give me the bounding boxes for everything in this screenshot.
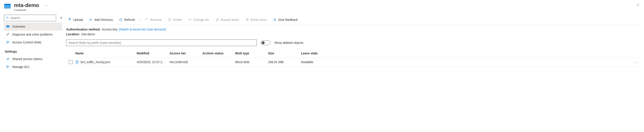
show-deleted-label: Show deleted objects [274,41,304,45]
toolbar: Upload Add Directory Refresh Rename [65,15,641,25]
sidebar-section-settings: Settings [4,46,62,55]
col-access-tier[interactable]: Access tier [168,52,201,55]
cell-modified: 4/20/2023, 10:37:20 … [135,60,168,64]
location-value: mta-demo [81,32,95,37]
location-label: Location: [66,32,80,37]
refresh-button[interactable]: Refresh [116,16,138,24]
blob-name-link[interactable]: bnt_traffic_hourly.json [75,60,134,64]
toolbar-label: Rename [150,18,162,22]
toolbar-label: Change tier [194,18,209,22]
auth-method-value: Access key [102,27,118,32]
sidebar-search[interactable] [4,15,56,21]
sidebar-item-label: Diagnose and solve problems [12,33,52,36]
give-feedback-button[interactable]: Give feedback [270,16,300,24]
blob-search-input[interactable] [66,40,257,46]
toolbar-separator [140,18,140,22]
svg-point-10 [8,66,9,67]
page-subtitle: Container [14,8,48,12]
svg-point-9 [7,66,8,67]
toolbar-label: Upload [73,18,83,22]
sidebar-item-sas[interactable]: Shared access tokens [4,55,62,63]
svg-rect-6 [6,26,10,28]
cell-lease-state: Available [300,60,332,64]
auth-method-label: Authentication method: [66,27,100,32]
table-row: bnt_traffic_hourly.json 4/20/2023, 10:37… [65,58,641,67]
sidebar-search-input[interactable] [10,16,54,20]
toolbar-label: Refresh [124,18,135,22]
plus-icon [89,18,92,22]
more-actions-button[interactable]: ··· [44,3,48,8]
file-icon [75,60,79,64]
toolbar-label: Acquire lease [220,18,239,22]
toolbar-label: Give feedback [278,18,298,22]
sidebar-item-label: Overview [12,25,25,28]
sidebar-item-diagnose[interactable]: Diagnose and solve problems [4,31,62,38]
sidebar-item-overview[interactable]: Overview [4,23,62,31]
page-header: mta-demo ··· Container [0,0,644,15]
col-name[interactable]: Name [74,52,135,55]
blob-table: Name Modified Access tier Archive status… [65,49,641,67]
col-modified[interactable]: Modified [135,52,168,55]
row-checkbox[interactable] [69,60,73,64]
svg-point-3 [6,17,8,19]
toolbar-label: Add Directory [94,18,113,22]
sidebar-item-iam[interactable]: Access Control (IAM) [4,38,62,46]
row-more-button[interactable]: ··· [630,60,641,64]
table-header: Name Modified Access tier Archive status… [65,49,641,58]
change-tier-icon [188,18,192,22]
acquire-lease-icon [215,18,219,22]
search-icon [6,17,9,20]
col-archive-status[interactable]: Archive status [201,52,234,55]
feedback-icon [273,18,276,22]
show-deleted-toggle[interactable] [261,40,270,45]
break-lease-button: Break lease [243,16,270,24]
sidebar-item-acl[interactable]: Manage ACL [4,63,62,71]
col-blob-type[interactable]: Blob type [234,52,267,55]
svg-rect-5 [6,26,10,26]
trash-icon [168,18,171,22]
people-icon [6,41,10,44]
col-size[interactable]: Size [267,52,300,55]
switch-auth-link[interactable]: (Switch to Azure AD User Account) [119,27,166,32]
svg-point-7 [7,41,8,42]
acquire-lease-button: Acquire lease [213,16,242,24]
toolbar-label: Break lease [250,18,267,22]
close-button[interactable] [636,3,640,7]
sidebar-item-label: Access Control (IAM) [12,41,41,44]
container-icon [6,25,10,28]
svg-point-13 [274,19,275,20]
cell-blob-type: Block blob [234,60,267,64]
info-block: Authentication method: Access key (Switc… [65,25,641,40]
container-icon [4,3,11,10]
sidebar: Overview Diagnose and solve problems Acc… [0,15,64,71]
rename-icon [145,18,148,22]
refresh-icon [119,18,122,22]
svg-line-4 [8,19,9,19]
filter-row: Show deleted objects [65,40,641,49]
toolbar-label: Delete [173,18,182,22]
break-lease-icon [245,18,249,22]
collapse-sidebar-button[interactable] [60,16,62,20]
cell-access-tier: Hot (Inferred) [168,60,201,64]
svg-point-8 [8,41,9,42]
upload-button[interactable]: Upload [65,16,86,24]
add-directory-button[interactable]: Add Directory [86,16,116,24]
rename-button: Rename [142,16,164,24]
blob-name: bnt_traffic_hourly.json [80,60,110,64]
svg-rect-1 [4,5,10,8]
link-icon [6,57,10,61]
change-tier-button: Change tier [186,16,212,24]
people-icon [6,65,10,69]
upload-icon [68,18,72,22]
col-lease-state[interactable]: Lease state [300,52,332,55]
wrench-icon [6,33,10,36]
page-title: mta-demo [14,2,39,8]
sidebar-item-label: Shared access tokens [12,57,42,61]
svg-rect-0 [4,4,10,5]
main-content: Upload Add Directory Refresh Rename [64,15,644,71]
cell-size: 268.81 MiB [267,60,300,64]
delete-button: Delete [165,16,184,24]
sidebar-item-label: Manage ACL [12,65,30,69]
